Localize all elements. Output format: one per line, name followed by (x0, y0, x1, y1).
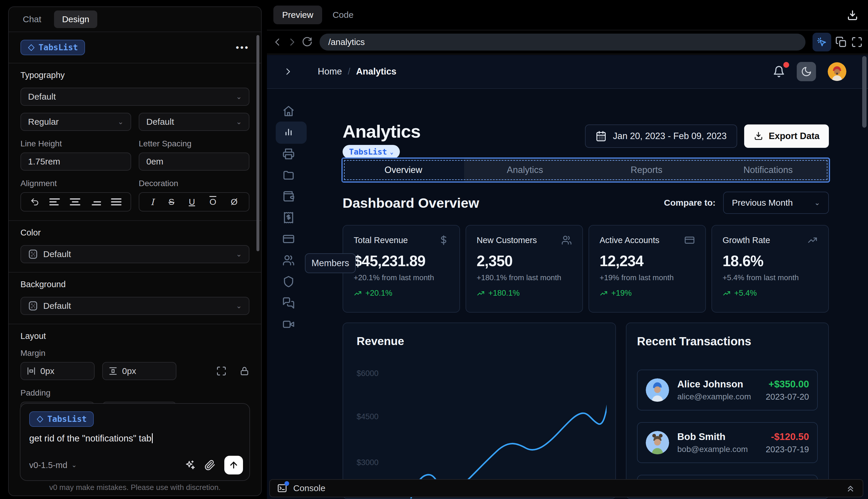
wallet-icon[interactable] (282, 190, 295, 203)
cursor-icon (816, 37, 827, 48)
chat-composer[interactable]: TabsList get rid of the "notifications" … (20, 403, 250, 481)
console-bar[interactable]: Console (269, 479, 863, 497)
compare-select[interactable]: Previous Month ⌄ (723, 192, 829, 214)
expand-sides-icon[interactable] (216, 366, 227, 376)
underline-button[interactable]: U (189, 197, 195, 207)
margin-x-input[interactable]: 0px (21, 362, 95, 380)
stat-card-new-customers[interactable]: New Customers 2,350 +180.1% from last mo… (466, 225, 583, 313)
panel-scrollbar[interactable] (257, 35, 259, 251)
tab-design[interactable]: Design (54, 11, 97, 28)
paperclip-icon[interactable] (204, 460, 215, 471)
stat-card-growth-rate[interactable]: Growth Rate 18.6% +5.4% from last month … (711, 225, 829, 313)
sparkles-icon[interactable] (185, 460, 196, 471)
font-size-select[interactable]: Default ⌄ (139, 113, 249, 131)
compare-label: Compare to: (664, 198, 716, 208)
component-badge-label: TabsList (349, 147, 387, 156)
shield-icon[interactable] (282, 276, 295, 288)
home-icon[interactable] (282, 105, 295, 117)
model-select[interactable]: v0-1.5-md ⌄ (29, 460, 77, 470)
app-body: Members Analytics TabsList ⌄ (267, 89, 868, 499)
chevrons-up-icon[interactable] (845, 483, 856, 494)
transaction-name: Alice Johnson (677, 379, 751, 390)
users-icon[interactable] (282, 254, 295, 266)
background-value: Default (43, 301, 71, 311)
no-decoration-button[interactable]: Ø (231, 197, 237, 207)
decoration-label: Decoration (139, 179, 249, 188)
y-axis-tick: $3000 (357, 458, 379, 467)
breadcrumb-separator: / (348, 66, 350, 77)
font-family-select[interactable]: Default ⌄ (21, 88, 249, 106)
undo-icon[interactable] (30, 197, 39, 207)
bar-chart-icon[interactable] (282, 126, 295, 138)
copy-icon[interactable] (835, 36, 847, 48)
selected-component-chip[interactable]: TabsList (21, 40, 85, 55)
margin-y-value: 0px (122, 366, 136, 376)
align-center-icon[interactable] (70, 198, 80, 205)
theme-toggle-button[interactable] (797, 62, 816, 81)
forward-icon[interactable] (287, 37, 297, 47)
revenue-line-chart (387, 358, 607, 498)
stat-card-active-accounts[interactable]: Active Accounts 12,234 +19% from last mo… (588, 225, 706, 313)
export-data-button[interactable]: Export Data (744, 124, 829, 148)
tab-preview[interactable]: Preview (273, 5, 322, 24)
letter-spacing-input[interactable]: 0em (139, 153, 249, 171)
dashboard-main: Analytics TabsList ⌄ Jan 20, 2023 - Feb … (343, 89, 829, 499)
transaction-row[interactable]: Alice Johnson alice@example.com +$350.00… (637, 369, 818, 411)
refresh-icon[interactable] (301, 37, 312, 48)
printer-icon[interactable] (282, 147, 295, 160)
tab-notifications[interactable]: Notifications (707, 159, 829, 181)
line-height-input[interactable]: 1.75rem (21, 153, 131, 171)
lock-icon[interactable] (239, 366, 249, 376)
download-icon[interactable] (846, 9, 859, 22)
align-right-icon[interactable] (90, 198, 101, 205)
credit-card-icon[interactable] (282, 233, 295, 245)
breadcrumb-home[interactable]: Home (318, 66, 342, 77)
color-select[interactable]: Default ⌄ (21, 245, 249, 263)
overline-button[interactable]: O (209, 197, 216, 207)
component-badge[interactable]: TabsList ⌄ (343, 145, 400, 159)
font-weight-select[interactable]: Regular ⌄ (21, 113, 131, 131)
trending-up-icon (354, 289, 362, 297)
tab-reports[interactable]: Reports (586, 159, 707, 181)
background-select[interactable]: Default ⌄ (21, 297, 249, 315)
recent-transactions-card: Recent Transactions Alice Johnson alice@… (626, 322, 829, 499)
composer-component-chip[interactable]: TabsList (29, 411, 94, 427)
align-left-icon[interactable] (49, 198, 60, 205)
stat-card-total-revenue[interactable]: Total Revenue $45,231.89 +20.1% from las… (343, 225, 460, 313)
chevron-down-icon: ⌄ (118, 118, 124, 126)
tab-chat[interactable]: Chat (23, 14, 41, 24)
tab-analytics[interactable]: Analytics (464, 159, 586, 181)
composer-input[interactable]: get rid of the "notifications" tab (29, 433, 241, 444)
tab-code[interactable]: Code (333, 10, 354, 20)
stat-title: Growth Rate (722, 235, 770, 245)
transaction-date: 2023-07-20 (766, 392, 809, 402)
notifications-button[interactable] (773, 65, 785, 78)
url-input[interactable]: /analytics (320, 34, 806, 50)
tab-overview[interactable]: Overview (343, 159, 464, 181)
font-family-value: Default (28, 92, 56, 102)
fullscreen-icon[interactable] (851, 36, 863, 48)
receipt-icon[interactable] (282, 211, 295, 224)
margin-y-input[interactable]: 0px (102, 362, 176, 380)
date-range-button[interactable]: Jan 20, 2023 - Feb 09, 2023 (585, 124, 737, 148)
bell-icon (773, 65, 785, 78)
send-button[interactable] (224, 456, 243, 474)
preview-scrollbar[interactable] (862, 56, 867, 128)
color-title: Color (21, 228, 249, 238)
messages-icon[interactable] (282, 297, 295, 309)
users-icon (561, 235, 572, 245)
transaction-name: Bob Smith (677, 431, 748, 442)
back-icon[interactable] (272, 37, 283, 47)
folder-icon[interactable] (282, 169, 295, 181)
inspect-cursor-button[interactable] (813, 33, 831, 51)
design-panel: Chat Design TabsList ••• Typography Defa… (8, 7, 262, 496)
transaction-row[interactable]: Bob Smith bob@example.com -$120.50 2023-… (637, 422, 818, 463)
more-options-icon[interactable]: ••• (236, 42, 249, 52)
align-justify-icon[interactable] (111, 198, 122, 205)
user-avatar[interactable] (828, 62, 846, 81)
video-icon[interactable] (282, 318, 295, 330)
stat-change: +5.4% from last month (722, 273, 818, 282)
strikethrough-button[interactable]: S (169, 197, 174, 207)
sidebar-expand-icon[interactable] (283, 67, 293, 76)
italic-button[interactable]: I (151, 197, 154, 207)
